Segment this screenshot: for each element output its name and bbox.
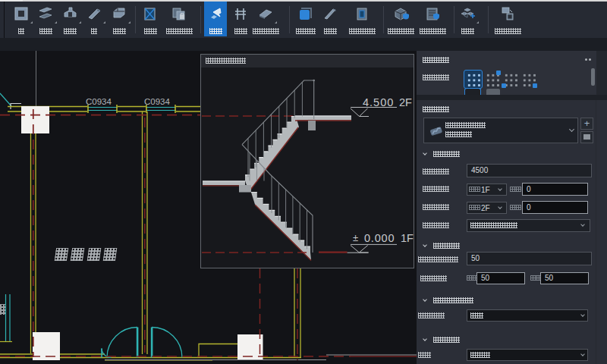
svg-text:±: ±	[353, 232, 358, 243]
svg-text:C0934: C0934	[86, 97, 112, 106]
svg-text:C0934: C0934	[144, 97, 170, 106]
svg-text:1F: 1F	[401, 232, 414, 244]
svg-text:4.500: 4.500	[363, 96, 394, 108]
svg-text:2F: 2F	[399, 96, 412, 108]
svg-text:0.000: 0.000	[364, 232, 395, 244]
